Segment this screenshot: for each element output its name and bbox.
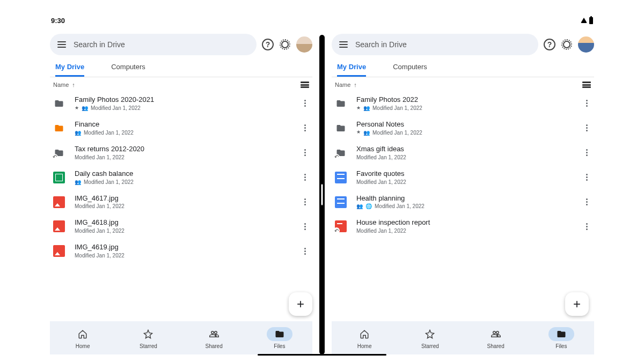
gear-icon — [280, 40, 290, 49]
column-name-label[interactable]: Name — [335, 82, 350, 88]
more-menu-icon[interactable] — [301, 174, 309, 181]
pane-right: Search in Drive ? My Drive Computers Nam… — [322, 29, 598, 354]
view-toggle-icon[interactable] — [301, 82, 309, 88]
file-name: IMG_4618.jpg — [75, 218, 291, 227]
status-time: 9:30 — [51, 17, 65, 25]
header-row: Search in Drive ? — [50, 29, 312, 60]
bottom-nav: HomeStarredSharedFiles — [332, 321, 594, 354]
nav-home[interactable]: Home — [343, 327, 386, 349]
more-menu-icon[interactable] — [301, 198, 309, 205]
file-row[interactable]: Health planning👥🌐Modified Jan 1, 2022 — [332, 190, 594, 215]
more-menu-icon[interactable] — [582, 100, 591, 107]
nav-label: Starred — [140, 343, 157, 349]
more-menu-icon[interactable] — [301, 124, 309, 131]
more-menu-icon[interactable] — [582, 124, 591, 131]
file-row[interactable]: IMG_4619.jpgModified Jan 1, 2022 — [50, 239, 312, 263]
file-row[interactable]: ↶Xmas gift ideasModified Jan 1, 2022 — [332, 141, 594, 165]
nav-files[interactable]: Files — [258, 327, 301, 349]
avatar[interactable] — [578, 36, 594, 53]
header-row: Search in Drive ? — [332, 29, 594, 60]
file-row[interactable]: Favorite quotesModified Jan 1, 2022 — [332, 165, 594, 190]
nav-label: Files — [274, 343, 285, 349]
nav-label: Shared — [487, 343, 504, 349]
nav-home[interactable]: Home — [61, 327, 104, 349]
more-menu-icon[interactable] — [301, 223, 309, 230]
avatar[interactable] — [296, 36, 312, 53]
more-menu-icon[interactable] — [301, 100, 309, 107]
battery-icon — [589, 17, 593, 24]
file-row[interactable]: ↶Tax returns 2012-2020Modified Jan 1, 20… — [50, 141, 312, 165]
nav-shared[interactable]: Shared — [193, 327, 236, 349]
more-menu-icon[interactable] — [582, 174, 591, 181]
tab-computers[interactable]: Computers — [393, 63, 427, 77]
sheet-icon — [53, 172, 65, 183]
file-row[interactable]: Personal Notes★👥Modified Jan 1, 2022 — [332, 116, 594, 141]
file-row[interactable]: Finance👥Modified Jan 1, 2022 — [50, 116, 312, 141]
file-row[interactable]: Family Photos 2020-2021★👥Modified Jan 1,… — [50, 91, 312, 116]
nav-label: Home — [357, 343, 372, 349]
shared-icon: 👥 — [356, 203, 363, 210]
column-header: Name ↑ — [50, 77, 312, 91]
shared-icon: 👥 — [82, 105, 88, 112]
shared-icon: 👥 — [75, 129, 81, 136]
file-row[interactable]: Family Photos 2022★👥Modified Jan 1, 2022 — [332, 91, 594, 116]
pane-left: Search in Drive ? My Drive Computers Nam… — [46, 29, 322, 354]
file-name: Family Photos 2020-2021 — [75, 95, 291, 105]
nav-starred[interactable]: Starred — [127, 327, 170, 349]
nav-shared[interactable]: Shared — [474, 327, 517, 349]
file-row[interactable]: ↶House inspection reportModified Jan 1, … — [332, 214, 594, 239]
sort-asc-icon[interactable]: ↑ — [354, 82, 357, 88]
file-meta: Modified Jan 1, 2022 — [75, 203, 291, 210]
menu-icon[interactable] — [57, 41, 66, 48]
star-icon: ★ — [356, 105, 361, 112]
shared-icon: 👥 — [75, 179, 81, 186]
file-name: Tax returns 2012-2020 — [75, 145, 291, 154]
more-menu-icon[interactable] — [582, 198, 591, 205]
column-header: Name ↑ — [332, 77, 594, 91]
fab-new[interactable]: + — [289, 292, 312, 316]
tab-my-drive[interactable]: My Drive — [337, 63, 366, 77]
file-meta: Modified Jan 1, 2022 — [356, 227, 573, 234]
tab-my-drive[interactable]: My Drive — [55, 63, 84, 77]
nav-label: Home — [76, 343, 90, 349]
file-meta: Modified Jan 1, 2022 — [75, 154, 291, 161]
more-menu-icon[interactable] — [582, 149, 591, 156]
home-icon — [352, 327, 377, 341]
help-icon[interactable]: ? — [262, 39, 274, 50]
settings-icon[interactable] — [561, 39, 573, 50]
file-row[interactable]: Daily cash balance👥Modified Jan 1, 2022 — [50, 165, 312, 190]
search-bar[interactable]: Search in Drive — [50, 34, 257, 55]
menu-icon[interactable] — [339, 41, 348, 48]
nav-starred[interactable]: Starred — [408, 327, 451, 349]
shared-icon — [483, 327, 509, 341]
file-meta: ★👥Modified Jan 1, 2022 — [356, 105, 573, 112]
files-icon — [267, 327, 292, 341]
tab-computers[interactable]: Computers — [111, 63, 145, 77]
nav-files[interactable]: Files — [540, 327, 583, 349]
file-name: IMG_4619.jpg — [75, 243, 291, 252]
file-meta: Modified Jan 1, 2022 — [75, 227, 291, 234]
file-row[interactable]: IMG_4618.jpgModified Jan 1, 2022 — [50, 214, 312, 239]
folder-dark-icon — [53, 98, 65, 109]
view-toggle-icon[interactable] — [582, 82, 591, 88]
gesture-bar — [258, 354, 386, 356]
more-menu-icon[interactable] — [301, 248, 309, 255]
file-name: Xmas gift ideas — [356, 145, 573, 154]
search-bar[interactable]: Search in Drive — [332, 34, 538, 55]
file-name: Daily cash balance — [75, 169, 291, 179]
shortcut-badge-icon: ↶ — [333, 154, 340, 160]
more-menu-icon[interactable] — [301, 149, 309, 156]
sort-asc-icon[interactable]: ↑ — [72, 82, 75, 88]
split-view: Search in Drive ? My Drive Computers Nam… — [46, 29, 598, 354]
fab-new[interactable]: + — [565, 292, 589, 316]
shortcut-badge-icon: ↶ — [52, 154, 58, 160]
file-name: Personal Notes — [356, 120, 573, 129]
image-icon — [53, 196, 65, 208]
file-name: Family Photos 2022 — [356, 95, 573, 105]
file-row[interactable]: IMG_4617.jpgModified Jan 1, 2022 — [50, 190, 312, 215]
file-list: Family Photos 2020-2021★👥Modified Jan 1,… — [50, 91, 312, 321]
column-name-label[interactable]: Name — [53, 82, 69, 88]
settings-icon[interactable] — [279, 39, 291, 50]
help-icon[interactable]: ? — [544, 39, 555, 50]
more-menu-icon[interactable] — [582, 223, 591, 230]
